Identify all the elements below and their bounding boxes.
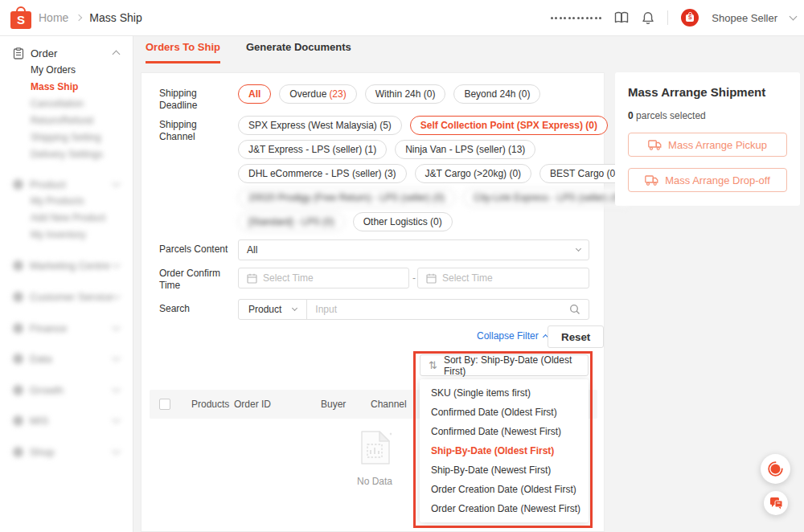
tab-orders-to-ship[interactable]: Orders To Ship: [146, 41, 220, 63]
calendar-icon: [426, 273, 437, 284]
chat-bubbles-icon: [769, 497, 783, 509]
breadcrumb-home[interactable]: Home: [39, 11, 68, 24]
truck-icon: [645, 175, 658, 186]
search-label: Search: [159, 303, 233, 315]
breadcrumb-separator-icon: [76, 14, 82, 21]
channel-chip-blurred[interactable]: City-Link Express - LPS (seller) (0): [463, 188, 633, 207]
breadcrumb: Home Mass Ship: [39, 0, 142, 35]
confirm-time-from[interactable]: [238, 268, 409, 289]
sidebar-section-blurred[interactable]: MIS: [0, 413, 133, 428]
sidebar-item-blurred[interactable]: My Products: [0, 194, 133, 208]
search-icon[interactable]: [569, 304, 589, 315]
live-support-icon: [767, 460, 784, 477]
shopee-logo[interactable]: S: [10, 6, 31, 29]
sidebar-section-blurred[interactable]: Customer Service: [0, 289, 133, 304]
mass-arrange-pickup-button[interactable]: Mass Arrange Pickup: [628, 133, 787, 157]
section-collapse-chevron-icon[interactable]: [113, 51, 121, 59]
no-data-icon: [354, 427, 396, 469]
time-range-separator: -: [412, 272, 416, 284]
channel-chip[interactable]: J&T Cargo (>20kg) (0): [415, 164, 532, 183]
section-expand-chevron-icon[interactable]: [113, 179, 121, 187]
select-chevron-down-icon: [292, 305, 297, 311]
notification-bell-icon[interactable]: [642, 11, 654, 25]
deadline-chip-all[interactable]: All: [238, 84, 271, 104]
sidebar-item-blurred[interactable]: My Inventory: [0, 227, 133, 242]
channel-chip[interactable]: Ninja Van - LPS (seller) (13): [395, 140, 535, 159]
sidebar-item-mass-ship[interactable]: Mass Ship: [0, 80, 133, 94]
sidebar-section-product[interactable]: Product: [0, 177, 133, 191]
sidebar-item-my-orders[interactable]: My Orders: [0, 63, 133, 77]
channel-chip[interactable]: DHL eCommerce - LPS (seller) (3): [238, 164, 407, 183]
sort-option[interactable]: Order Creation Date (Newest First): [420, 499, 589, 518]
shopee-logo-letter: S: [10, 13, 31, 27]
sidebar-section-blurred[interactable]: Growth: [0, 383, 133, 397]
channel-chip-blurred[interactable]: 20020 Prodigy (Free Return) - LPS (selle…: [238, 188, 455, 207]
channel-chip-blurred[interactable]: [Standard] - LPS (0): [238, 212, 345, 231]
tab-generate-documents[interactable]: Generate Documents: [246, 41, 351, 63]
sidebar-section-blurred[interactable]: Shop: [0, 444, 133, 459]
sort-by-button[interactable]: ⇅ Sort By: Ship-By-Date (Oldest First): [420, 354, 589, 376]
reset-button[interactable]: Reset: [548, 325, 604, 348]
sort-arrows-icon: ⇅: [429, 359, 437, 371]
sort-option[interactable]: Confirmed Date (Oldest First): [420, 403, 589, 422]
sidebar-item-blurred[interactable]: Shipping Setting: [0, 130, 133, 145]
support-chat-button[interactable]: [761, 454, 790, 484]
sort-option[interactable]: Order Creation Date (Oldest First): [420, 480, 589, 499]
search-input[interactable]: [307, 304, 569, 315]
sidebar-item-blurred[interactable]: Delivery Settings: [0, 147, 133, 162]
confirm-time-to[interactable]: [417, 268, 589, 289]
shipping-deadline-chips: All Overdue (23) Within 24h (0) Beyond 2…: [238, 84, 540, 104]
deadline-chip-within-24h[interactable]: Within 24h (0): [365, 84, 446, 104]
apps-grid-icon[interactable]: [551, 17, 602, 19]
channel-chip[interactable]: SPX Express (West Malaysia) (5): [238, 116, 402, 135]
sidebar-section-order[interactable]: Order: [0, 46, 133, 60]
sidebar-section-blurred[interactable]: Finance: [0, 321, 133, 335]
shipping-channel-label: Shipping Channel: [159, 119, 233, 143]
collapse-filter-link[interactable]: Collapse Filter: [477, 330, 548, 342]
deadline-chip-overdue[interactable]: Overdue (23): [279, 84, 356, 104]
main-tabs: Orders To Ship Generate Documents: [146, 41, 351, 63]
sort-option[interactable]: Confirmed Date (Newest First): [420, 422, 589, 441]
parcels-content-value: All: [247, 244, 576, 256]
channel-chip-selected[interactable]: Self Collection Point (SPX Express) (0): [410, 116, 608, 135]
no-data-text: No Data: [338, 476, 411, 487]
card-title: Mass Arrange Shipment: [628, 85, 787, 99]
seller-avatar[interactable]: S: [681, 9, 699, 27]
messages-button[interactable]: [764, 491, 788, 515]
order-clipboard-icon: [13, 47, 24, 59]
confirm-time-from-input[interactable]: [263, 272, 400, 284]
mass-arrange-dropoff-button[interactable]: Mass Arrange Drop-off: [628, 168, 787, 192]
sidebar-section-label: Order: [31, 47, 113, 59]
parcels-selected: 0 parcels selected: [628, 110, 787, 121]
mass-arrange-card: Mass Arrange Shipment 0 parcels selected…: [615, 72, 800, 206]
truck-icon: [648, 140, 662, 150]
section-icon-blurred: [13, 179, 23, 190]
sidebar-section-blurred[interactable]: Marketing Centre: [0, 258, 133, 272]
channel-chip[interactable]: J&T Express - LPS (seller) (1): [238, 140, 387, 159]
sidebar-section-blurred[interactable]: Data: [0, 351, 133, 366]
guide-book-icon[interactable]: [614, 11, 629, 24]
sort-option-selected[interactable]: Ship-By-Date (Oldest First): [420, 441, 589, 460]
search-type-select[interactable]: Product: [239, 300, 307, 319]
deadline-chip-beyond-24h[interactable]: Beyond 24h (0): [453, 84, 540, 104]
sidebar-item-blurred[interactable]: Cancellation: [0, 96, 133, 111]
parcels-content-label: Parcels Content: [159, 243, 233, 256]
order-confirm-time-label: Order Confirm Time: [159, 268, 233, 292]
search-type-value: Product: [248, 304, 281, 315]
sidebar-item-blurred[interactable]: Add New Product: [0, 211, 133, 225]
calendar-icon: [247, 273, 257, 284]
select-all-checkbox[interactable]: [159, 399, 170, 410]
confirm-time-to-input[interactable]: [442, 272, 580, 284]
channel-chip[interactable]: Other Logistics (0): [353, 212, 453, 231]
account-name[interactable]: Shopee Seller: [712, 12, 777, 24]
col-products: Products: [191, 399, 229, 410]
account-chevron-down-icon[interactable]: [790, 13, 798, 21]
sort-by-label: Sort By: Ship-By-Date (Oldest First): [444, 354, 580, 377]
sort-option[interactable]: Ship-By-Date (Newest First): [420, 460, 589, 480]
col-order-id: Order ID: [234, 399, 271, 410]
col-channel: Channel: [371, 399, 407, 410]
breadcrumb-current: Mass Ship: [89, 11, 142, 24]
sort-option[interactable]: SKU (Single items first): [420, 383, 589, 403]
sidebar-item-blurred[interactable]: Return/Refund: [0, 113, 133, 128]
parcels-content-select[interactable]: All: [238, 239, 589, 260]
